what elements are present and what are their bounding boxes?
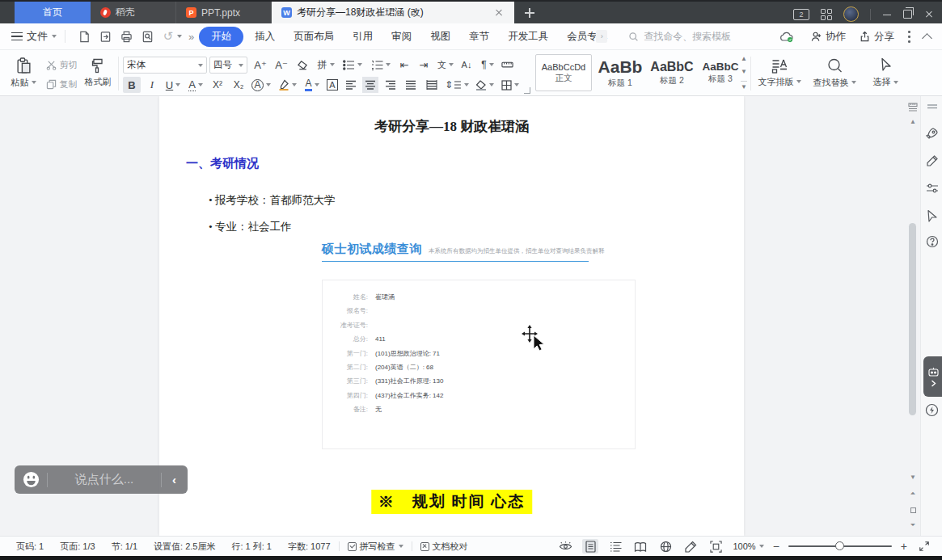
pointer-icon[interactable] (921, 209, 942, 223)
style-body-text[interactable]: AaBbCcDd 正文 (535, 54, 592, 91)
font-group-launcher-icon[interactable] (524, 87, 530, 94)
browse-object-icon[interactable] (907, 504, 919, 516)
line-spacing-button[interactable]: ⇕ (445, 77, 469, 93)
style-heading-2[interactable]: AaBbC 标题 2 (648, 54, 696, 91)
superscript-button[interactable]: X² (207, 77, 228, 93)
file-menu[interactable]: 文件 (11, 29, 57, 44)
menu-item[interactable]: 开发工具 (508, 30, 548, 44)
zoom-slider[interactable] (788, 545, 892, 547)
more-menu-icon[interactable] (907, 30, 910, 43)
pinyin-guide-button[interactable]: 拼 (314, 57, 338, 73)
menu-item[interactable]: 引用 (353, 30, 373, 44)
undo-button[interactable]: ↺ (159, 27, 177, 45)
status-item[interactable]: 字数: 1077 (280, 541, 339, 553)
workspace-grid-icon[interactable] (821, 9, 832, 20)
next-page-icon[interactable]: ⏷ (907, 520, 919, 531)
scroll-down-icon[interactable]: ▼ (907, 471, 919, 482)
quick-tools-rocket-icon[interactable] (921, 127, 942, 141)
collaborate-button[interactable]: 协作 (810, 30, 846, 44)
styles-scroll-up-icon[interactable]: ▲ (741, 55, 747, 62)
previous-page-icon[interactable]: ⏶ (907, 488, 919, 499)
justify-button[interactable] (403, 77, 419, 93)
save-button[interactable] (75, 27, 93, 45)
menu-item[interactable]: 视图 (430, 30, 450, 44)
tab-home[interactable]: 首页 (15, 2, 91, 23)
menu-item[interactable]: 审阅 (391, 30, 412, 44)
align-right-button[interactable] (382, 77, 399, 93)
font-size-select[interactable]: 四号 (209, 57, 247, 74)
more-quick-tools-icon[interactable]: » (188, 31, 192, 43)
text-effects-button[interactable]: A (249, 77, 273, 93)
underline-button[interactable]: U (162, 77, 184, 93)
tab-ppt[interactable]: P PPT.pptx (176, 2, 272, 23)
close-window-button[interactable] (923, 9, 934, 19)
chat-collapse-icon[interactable]: ‹ (169, 473, 180, 486)
cut-button[interactable]: 剪切 (42, 57, 81, 72)
status-item[interactable]: 页面: 1/3 (52, 541, 103, 553)
distribute-button[interactable] (423, 77, 441, 93)
tab-home-ribbon[interactable]: 开始 (199, 27, 243, 47)
page-view-icon[interactable] (582, 539, 598, 554)
ai-assistant-panel[interactable] (923, 356, 942, 397)
eye-protect-icon[interactable] (557, 539, 573, 554)
styles-more-icon[interactable]: ▼ (741, 81, 747, 91)
rail-drag-handle[interactable] (921, 104, 942, 109)
read-mode-icon[interactable] (632, 539, 648, 554)
proofread-toggle[interactable]: 文档校对 (412, 541, 476, 553)
numbered-list-button[interactable] (368, 57, 394, 73)
increase-indent-button[interactable]: ⇥ (415, 57, 433, 73)
cloud-sync-icon[interactable] (778, 27, 796, 45)
menu-item[interactable]: 插入 (255, 30, 275, 44)
export-button[interactable] (96, 27, 114, 45)
zoom-level-button[interactable]: 100% (733, 541, 763, 551)
italic-button[interactable]: I (143, 77, 161, 93)
menu-item[interactable]: 页面布局 (294, 30, 334, 44)
print-preview-button[interactable] (138, 27, 156, 45)
outline-view-icon[interactable] (607, 539, 623, 554)
format-painter-button[interactable]: 格式刷 (81, 53, 115, 92)
borders-button[interactable] (498, 77, 522, 93)
character-border-button[interactable]: A (324, 77, 340, 93)
new-tab-button[interactable] (519, 2, 540, 23)
text-layout-button[interactable]: 文字排版 (755, 53, 804, 92)
document-page[interactable]: 考研分享—18 财政崔珺涵 一、考研情况 • 报考学校：首都师范大学• 专业：社… (159, 96, 744, 536)
status-item[interactable]: 行: 1 列: 1 (223, 541, 280, 553)
ruler-button[interactable] (499, 57, 515, 73)
tab-document-active[interactable]: W 考研分享—18财政崔珺涵 (改) (272, 2, 514, 23)
window-count-badge[interactable]: 2 (793, 9, 809, 20)
align-left-button[interactable] (343, 77, 359, 93)
command-search[interactable]: 查找命令、搜索模板 (628, 30, 731, 44)
chat-input-overlay[interactable]: 说点什么... ‹ (15, 465, 188, 494)
emphasis-mark-button[interactable]: A (184, 77, 207, 93)
fullscreen-icon[interactable] (916, 539, 932, 554)
print-button[interactable] (117, 27, 135, 45)
user-avatar[interactable] (843, 6, 859, 22)
restore-button[interactable] (903, 10, 912, 19)
paste-button[interactable]: 粘贴 (8, 53, 39, 92)
menu-item[interactable]: 章节 (469, 30, 489, 44)
member-expand-icon[interactable]: › (596, 30, 607, 43)
edit-pen-icon[interactable] (921, 154, 942, 167)
shading-button[interactable] (472, 77, 496, 93)
undo-dropdown-icon[interactable] (177, 35, 182, 38)
sort-button[interactable]: A↓ (456, 57, 477, 73)
document-canvas[interactable]: 考研分享—18 财政崔珺涵 一、考研情况 • 报考学校：首都师范大学• 专业：社… (0, 96, 942, 536)
minimize-button[interactable] (882, 10, 892, 19)
show-marks-button[interactable]: ¶ (477, 57, 498, 73)
bold-button[interactable]: B (123, 77, 141, 93)
status-item[interactable]: 设置值: 2.5厘米 (146, 541, 223, 553)
settings-sliders-icon[interactable] (921, 183, 942, 194)
help-icon[interactable] (921, 235, 942, 248)
find-replace-button[interactable]: 查找替换 (809, 53, 860, 92)
tab-docer[interactable]: 稻壳 (91, 2, 176, 23)
font-name-select[interactable]: 宋体 (123, 57, 207, 74)
spell-check-toggle[interactable]: 拼写检查 (340, 541, 412, 553)
decrease-indent-button[interactable]: ⇤ (395, 57, 413, 73)
style-heading-1[interactable]: AaBb 标题 1 (595, 54, 645, 91)
tab-close-icon[interactable] (493, 7, 505, 19)
share-button[interactable]: 分享 (859, 30, 894, 44)
zoom-in-button[interactable]: + (901, 540, 907, 553)
flash-tool-icon[interactable] (921, 403, 942, 417)
ink-pen-icon[interactable] (682, 539, 699, 554)
collapse-ribbon-icon[interactable] (922, 33, 932, 44)
